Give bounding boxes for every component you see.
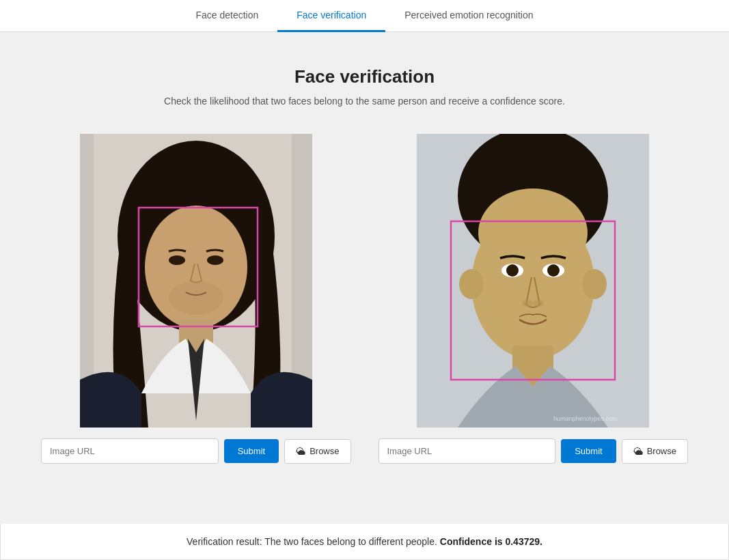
image-container-right: humanphenotypes.com	[417, 134, 649, 428]
tab-face-detection[interactable]: Face detection	[176, 0, 277, 32]
browse-button-right[interactable]: 🌥 Browse	[622, 439, 688, 464]
svg-point-15	[582, 269, 607, 299]
browse-button-left[interactable]: 🌥 Browse	[284, 439, 350, 464]
image-panel-left: Submit 🌥 Browse	[41, 134, 351, 464]
svg-point-18	[506, 264, 519, 277]
tab-bar: Face detection Face verification Perceiv…	[0, 0, 729, 32]
input-row-left: Submit 🌥 Browse	[41, 438, 351, 464]
confidence-text: Confidence is 0.43729.	[440, 536, 542, 547]
submit-button-left[interactable]: Submit	[224, 439, 279, 463]
svg-point-21	[522, 300, 533, 307]
image-container-left	[80, 134, 312, 428]
tab-perceived-emotion[interactable]: Perceived emotion recognition	[385, 0, 552, 32]
svg-point-13	[478, 188, 588, 277]
svg-point-22	[533, 300, 544, 307]
tab-face-verification[interactable]: Face verification	[277, 0, 385, 32]
main-content: Face verification Check the likelihood t…	[0, 32, 729, 558]
url-input-left[interactable]	[41, 438, 219, 464]
browse-label-right: Browse	[647, 446, 676, 456]
svg-point-6	[169, 255, 185, 265]
input-row-right: Submit 🌥 Browse	[379, 438, 689, 464]
page-subtitle: Check the likelihood that two faces belo…	[41, 96, 688, 107]
svg-text:humanphenotypes.com: humanphenotypes.com	[553, 415, 618, 422]
result-text: Verification result: The two faces belon…	[187, 536, 437, 547]
svg-point-20	[547, 264, 560, 277]
submit-button-right[interactable]: Submit	[561, 439, 616, 463]
cloud-icon-left: 🌥	[296, 446, 305, 457]
face-image-2: humanphenotypes.com	[417, 134, 649, 428]
images-row: Submit 🌥 Browse	[41, 134, 688, 464]
svg-point-7	[207, 255, 223, 265]
browse-label-left: Browse	[310, 446, 339, 456]
face-image-1	[80, 134, 312, 428]
svg-point-14	[459, 269, 484, 299]
page-title: Face verification	[41, 66, 688, 87]
cloud-icon-right: 🌥	[633, 446, 643, 457]
svg-point-8	[169, 281, 223, 315]
result-bar: Verification result: The two faces belon…	[0, 524, 729, 560]
url-input-right[interactable]	[379, 438, 556, 464]
image-panel-right: humanphenotypes.com Submit 🌥 Browse	[379, 134, 689, 464]
